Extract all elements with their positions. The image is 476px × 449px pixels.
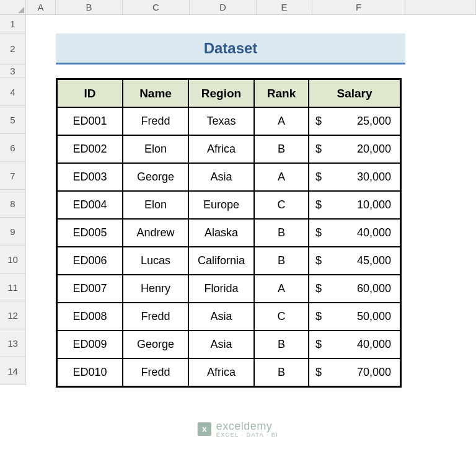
cell-salary[interactable]: $50,000 (309, 303, 400, 331)
col-header-b[interactable]: B (56, 0, 123, 15)
row-header-11[interactable]: 11 (0, 273, 26, 301)
row-header-5[interactable]: 5 (0, 106, 26, 134)
header-name[interactable]: Name (123, 79, 188, 107)
currency-symbol: $ (315, 338, 322, 351)
cell-region[interactable]: Texas (188, 107, 254, 135)
header-id[interactable]: ID (57, 79, 123, 107)
cell-name[interactable]: George (123, 331, 188, 358)
cell-rank[interactable]: B (254, 331, 309, 358)
cell-name[interactable]: Lucas (123, 247, 188, 275)
cell-salary[interactable]: $45,000 (309, 247, 400, 275)
cell-name[interactable]: Elon (123, 135, 188, 163)
cell-salary[interactable]: $30,000 (309, 163, 400, 191)
cell-id[interactable]: ED010 (57, 358, 123, 386)
cell-region[interactable]: Asia (188, 331, 254, 358)
watermark-subtext: EXCEL · DATA · BI (216, 432, 278, 438)
cell-name[interactable]: Fredd (123, 303, 188, 331)
cell-id[interactable]: ED006 (57, 247, 123, 275)
row-header-4[interactable]: 4 (0, 78, 26, 106)
row-header-1[interactable]: 1 (0, 15, 26, 33)
col-header-e[interactable]: E (257, 0, 312, 15)
currency-symbol: $ (315, 310, 322, 323)
cell-name[interactable]: Fredd (123, 358, 188, 386)
cell-id[interactable]: ED007 (57, 275, 123, 303)
currency-symbol: $ (315, 226, 322, 239)
col-header-f[interactable]: F (312, 0, 405, 15)
row-header-3[interactable]: 3 (0, 64, 26, 78)
cell-region[interactable]: Africa (188, 135, 254, 163)
cell-salary[interactable]: $70,000 (309, 358, 400, 386)
table-row: ED001FreddTexasA$25,000 (57, 107, 400, 135)
cell-rank[interactable]: C (254, 303, 309, 331)
salary-amount: 10,000 (357, 198, 391, 211)
cell-id[interactable]: ED008 (57, 303, 123, 331)
table-header-row: ID Name Region Rank Salary (57, 79, 400, 107)
watermark: x exceldemy EXCEL · DATA · BI (198, 420, 278, 438)
cell-region[interactable]: Europe (188, 191, 254, 219)
cell-rank[interactable]: C (254, 191, 309, 219)
cell-salary[interactable]: $40,000 (309, 219, 400, 247)
table-row: ED009GeorgeAsiaB$40,000 (57, 331, 400, 358)
cell-rank[interactable]: B (254, 358, 309, 386)
table-row: ED008FreddAsiaC$50,000 (57, 303, 400, 331)
row-header-12[interactable]: 12 (0, 301, 26, 329)
table-row: ED003GeorgeAsiaA$30,000 (57, 163, 400, 191)
cell-region[interactable]: Africa (188, 358, 254, 386)
row-header-13[interactable]: 13 (0, 329, 26, 357)
data-table: ID Name Region Rank Salary ED001FreddTex… (56, 78, 402, 388)
cell-id[interactable]: ED009 (57, 331, 123, 358)
table-row: ED002ElonAfricaB$20,000 (57, 135, 400, 163)
cell-name[interactable]: Andrew (123, 219, 188, 247)
cell-id[interactable]: ED004 (57, 191, 123, 219)
row-header-9[interactable]: 9 (0, 218, 26, 246)
currency-symbol: $ (315, 143, 322, 156)
currency-symbol: $ (315, 171, 322, 184)
cell-rank[interactable]: A (254, 275, 309, 303)
cell-name[interactable]: Elon (123, 191, 188, 219)
header-salary[interactable]: Salary (309, 79, 400, 107)
row-header-2[interactable]: 2 (0, 33, 26, 64)
cell-region[interactable]: Asia (188, 303, 254, 331)
cell-id[interactable]: ED003 (57, 163, 123, 191)
cell-region[interactable]: Alaska (188, 219, 254, 247)
row-header-10[interactable]: 10 (0, 246, 26, 273)
cell-rank[interactable]: A (254, 163, 309, 191)
row-header-14[interactable]: 14 (0, 357, 26, 385)
cell-region[interactable]: Florida (188, 275, 254, 303)
cell-salary[interactable]: $60,000 (309, 275, 400, 303)
row-header-8[interactable]: 8 (0, 190, 26, 218)
cell-salary[interactable]: $40,000 (309, 331, 400, 358)
col-header-d[interactable]: D (190, 0, 257, 15)
cell-salary[interactable]: $25,000 (309, 107, 400, 135)
col-header-a[interactable]: A (26, 0, 56, 15)
table-row: ED005AndrewAlaskaB$40,000 (57, 219, 400, 247)
col-header-c[interactable]: C (123, 0, 190, 15)
cell-name[interactable]: George (123, 163, 188, 191)
table-row: ED007HenryFloridaA$60,000 (57, 275, 400, 303)
salary-amount: 45,000 (357, 254, 391, 267)
cell-rank[interactable]: B (254, 135, 309, 163)
cell-id[interactable]: ED001 (57, 107, 123, 135)
currency-symbol: $ (315, 198, 322, 211)
row-header-7[interactable]: 7 (0, 162, 26, 190)
cell-id[interactable]: ED002 (57, 135, 123, 163)
cell-name[interactable]: Fredd (123, 107, 188, 135)
title-banner[interactable]: Dataset (56, 33, 405, 64)
cell-region[interactable]: California (188, 247, 254, 275)
cell-id[interactable]: ED005 (57, 219, 123, 247)
table-row: ED004ElonEuropeC$10,000 (57, 191, 400, 219)
cell-rank[interactable]: B (254, 219, 309, 247)
header-rank[interactable]: Rank (254, 79, 309, 107)
table-row: ED010FreddAfricaB$70,000 (57, 358, 400, 386)
row-header-6[interactable]: 6 (0, 134, 26, 162)
cell-salary[interactable]: $20,000 (309, 135, 400, 163)
cell-region[interactable]: Asia (188, 163, 254, 191)
cell-rank[interactable]: A (254, 107, 309, 135)
cell-rank[interactable]: B (254, 247, 309, 275)
col-header-extra[interactable] (405, 0, 476, 15)
cell-salary[interactable]: $10,000 (309, 191, 400, 219)
select-all-triangle[interactable] (0, 0, 26, 15)
header-region[interactable]: Region (188, 79, 254, 107)
salary-amount: 50,000 (357, 310, 391, 323)
cell-name[interactable]: Henry (123, 275, 188, 303)
